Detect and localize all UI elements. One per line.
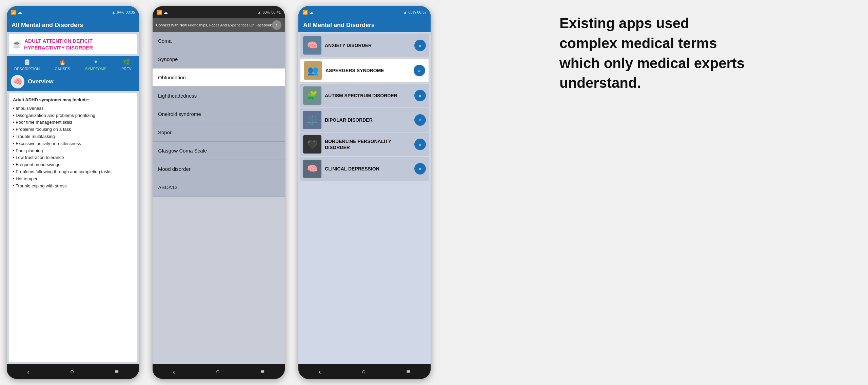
content-item-10: • Hot temper	[13, 176, 133, 183]
list-item-coma[interactable]: Coma	[153, 32, 285, 50]
disorder-thumb-autism: 🧩	[303, 86, 321, 105]
phone1-content: ☕ ADULT ATTENTION DEFICITHYPERACTIVITY D…	[7, 32, 139, 364]
disorder-thumb-bipolar: ⚖️	[303, 111, 321, 129]
adhd-title: ADULT ATTENTION DEFICITHYPERACTIVITY DIS…	[24, 38, 93, 51]
disorder-autism[interactable]: 🧩 AUTISM SPECTRUM DISORDER »	[300, 84, 429, 107]
disorder-thumb-anxiety: 🧠	[303, 36, 321, 55]
app-header-1: All Mental and Disorders	[7, 18, 139, 32]
content-item-9: • Problems following through and complet…	[13, 168, 133, 176]
list-item-glasgow[interactable]: Glasgow Coma Scale	[153, 142, 285, 160]
home-button-3[interactable]: ○	[356, 366, 371, 377]
phone-2: 📶 ☁ ▲ 63% 00:41 Connect With New Friends…	[153, 6, 285, 379]
disorder-arrow-borderline[interactable]: »	[414, 139, 426, 150]
disorder-arrow-anxiety[interactable]: »	[414, 40, 426, 51]
overview-title: Overview	[28, 78, 54, 85]
content-item-8: • Frequent mood swings	[13, 161, 133, 168]
disorder-depression[interactable]: 🧠 CLINICAL DEPRESSION »	[300, 157, 429, 181]
disorder-arrow-bipolar[interactable]: »	[414, 114, 426, 126]
list-item-mood[interactable]: Mood disorder	[153, 160, 285, 178]
disorder-thumb-borderline: 🖤	[303, 135, 321, 154]
overview-header: 🧠 Overview	[7, 72, 139, 91]
battery-text: 64%	[117, 10, 124, 14]
content-item-5: • Excessive activity or restlessness	[13, 140, 133, 147]
phone-3: 📶 ☁ ▲ 63% 00:37 All Mental and Disorders…	[298, 6, 431, 379]
back-button-2[interactable]: ‹	[167, 366, 181, 377]
disorder-arrow-autism[interactable]: »	[414, 90, 426, 101]
battery-text-3: 63%	[408, 10, 416, 14]
disorder-thumb-depression: 🧠	[303, 160, 321, 178]
disorder-aspergers[interactable]: 👥 ASPERGERS SYNDROME »	[300, 58, 429, 83]
promo-text: Existing apps used complex medical terms…	[559, 14, 746, 93]
home-button-1[interactable]: ○	[64, 366, 79, 377]
ad-banner[interactable]: Connect With New Friendships, Faces And …	[153, 18, 285, 32]
status-icons-right-3: ▲ 63% 00:37	[403, 10, 427, 14]
disorder-name-borderline: BORDERLINE PERSONALITY DISORDER	[325, 138, 411, 150]
disorder-borderline[interactable]: 🖤 BORDERLINE PERSONALITY DISORDER »	[300, 133, 429, 156]
list-container: Coma Syncope Obtundation Lightheadedness…	[153, 32, 285, 364]
causes-icon: 🔥	[59, 58, 66, 66]
status-icons-left-3: 📶 ☁	[302, 10, 314, 15]
tab-description-label: DESCRIPTION	[14, 67, 40, 71]
bottom-nav-3: ‹ ○ ≡	[298, 364, 431, 379]
tab-description[interactable]: 📋 DESCRIPTION	[14, 58, 40, 71]
phone-1: 📶 ☁ ▲ 64% 00:35 All Mental and Disorders…	[7, 6, 139, 379]
tab-symptoms[interactable]: ✦ SYMPTOMS	[85, 58, 106, 71]
battery-text-2: 63%	[262, 10, 270, 14]
content-item-0: • Impulsiveness	[13, 105, 133, 112]
disorder-bipolar[interactable]: ⚖️ BIPOLAR DISORDER »	[300, 108, 429, 132]
disorder-list: 🧠 ANXIETY DISORDER » 👥 ASPERGERS SYNDROM…	[298, 32, 431, 364]
prev-icon: 🌿	[123, 58, 130, 66]
disorder-arrow-depression[interactable]: »	[414, 163, 426, 175]
time-3: 00:37	[417, 10, 427, 14]
disorder-arrow-aspergers[interactable]: »	[414, 65, 425, 76]
list-item-abca13[interactable]: ABCA13	[153, 178, 285, 197]
disorder-name-aspergers: ASPERGERS SYNDROME	[326, 67, 410, 74]
menu-button-2[interactable]: ≡	[255, 366, 270, 377]
disorder-anxiety[interactable]: 🧠 ANXIETY DISORDER »	[300, 34, 429, 57]
tab-causes[interactable]: 🔥 CAUSES	[55, 58, 70, 71]
content-item-2: • Poor time management skills	[13, 119, 133, 126]
list-item-obtundation[interactable]: Obtundation	[153, 68, 285, 87]
status-icons-right-2: ▲ 63% 00:41	[258, 10, 281, 14]
status-bar-2: 📶 ☁ ▲ 63% 00:41	[153, 6, 285, 18]
back-button-3[interactable]: ‹	[313, 366, 327, 377]
content-box: Adult ADHD symptoms may include: • Impul…	[9, 93, 137, 362]
ad-arrow-icon[interactable]: ›	[272, 20, 281, 30]
time-2: 00:41	[271, 10, 281, 14]
disorder-thumb-aspergers: 👥	[304, 61, 322, 80]
description-icon: 📋	[23, 58, 31, 66]
home-button-2[interactable]: ○	[210, 366, 225, 377]
adhd-icon: ☕	[12, 40, 21, 49]
content-item-7: • Low frustration tolerance	[13, 154, 133, 161]
list-item-sopor[interactable]: Sopor	[153, 123, 285, 142]
time-1: 00:35	[125, 10, 135, 14]
bottom-nav-2: ‹ ○ ≡	[153, 364, 285, 379]
bottom-nav-1: ‹ ○ ≡	[7, 364, 139, 379]
menu-button-3[interactable]: ≡	[401, 366, 416, 377]
list-item-lightheadedness[interactable]: Lightheadedness	[153, 87, 285, 105]
list-item-syncope[interactable]: Syncope	[153, 50, 285, 68]
disorder-name-depression: CLINICAL DEPRESSION	[325, 166, 411, 172]
phone3-content: 🧠 ANXIETY DISORDER » 👥 ASPERGERS SYNDROM…	[298, 32, 431, 364]
content-item-4: • Trouble multitasking	[13, 133, 133, 140]
status-bar-3: 📶 ☁ ▲ 63% 00:37	[298, 6, 431, 18]
content-item-1: • Disorganization and problems prioritiz…	[13, 112, 133, 119]
disorder-name-autism: AUTISM SPECTRUM DISORDER	[325, 93, 411, 99]
symptoms-icon: ✦	[93, 58, 98, 66]
promo-section: Existing apps used complex medical terms…	[437, 0, 868, 107]
status-bar-1: 📶 ☁ ▲ 64% 00:35	[7, 6, 139, 18]
tab-causes-label: CAUSES	[55, 67, 70, 71]
status-icons-left: 📶 ☁	[11, 10, 22, 15]
back-button-1[interactable]: ‹	[22, 366, 35, 377]
adhd-banner[interactable]: ☕ ADULT ATTENTION DEFICITHYPERACTIVITY D…	[9, 34, 137, 54]
content-item-11: • Trouble coping with stress	[13, 183, 133, 190]
tab-prev[interactable]: 🌿 PREV	[121, 58, 132, 71]
content-title: Adult ADHD symptoms may include:	[13, 97, 133, 104]
menu-button-1[interactable]: ≡	[109, 366, 124, 377]
ad-text: Connect With New Friendships, Faces And …	[156, 23, 272, 27]
status-icons-left-2: 📶 ☁	[157, 10, 168, 15]
wifi-icon: ▲	[112, 10, 116, 14]
list-item-oneiroid[interactable]: Oneiroid syndrome	[153, 105, 285, 123]
wifi-icon-2: ▲	[258, 10, 261, 14]
content-item-3: • Problems focusing on a task	[13, 126, 133, 133]
